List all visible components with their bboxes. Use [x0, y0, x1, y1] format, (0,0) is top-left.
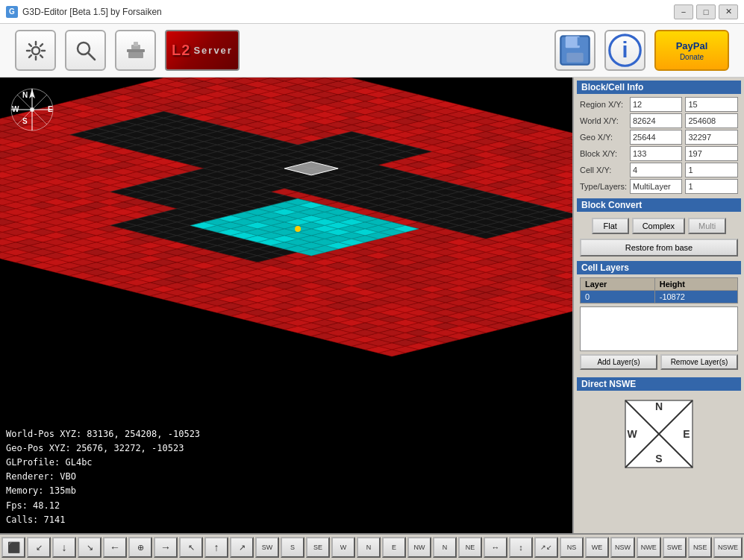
remove-layers-button[interactable]: Remove Layer(s): [660, 354, 738, 370]
nav-btn-n[interactable]: ↑: [204, 537, 228, 558]
nav-btn-e[interactable]: →: [154, 537, 178, 558]
layers-table: Layer Height 0-10872: [580, 277, 738, 303]
nswe-svg: N S W E: [622, 397, 696, 471]
multi-button[interactable]: Multi: [688, 218, 726, 234]
nav-btn-we[interactable]: WE: [585, 537, 609, 558]
fps-text: Fps: 48.12: [6, 499, 200, 513]
info-button[interactable]: i: [604, 30, 645, 71]
nav-btn-se[interactable]: ↘: [78, 537, 101, 558]
svg-rect-10: [578, 37, 581, 45]
layer-buttons: Add Layer(s) Remove Layer(s): [577, 354, 741, 373]
nav-btn-nw[interactable]: ↖: [179, 537, 203, 558]
layers-input[interactable]: [685, 179, 738, 194]
cell-layers-section: Cell Layers Layer Height 0-10872 Add L: [577, 261, 741, 373]
layer-cell: 0: [581, 291, 655, 303]
calls-text: Calls: 7141: [6, 513, 200, 527]
paypal-button[interactable]: PayPal Donate: [654, 30, 729, 71]
direct-nswe-header: Direct NSWE: [577, 377, 741, 391]
minimize-button[interactable]: −: [674, 4, 693, 19]
l2-server-logo: L2 Server: [165, 30, 240, 71]
nav-btn-swe[interactable]: SWE: [663, 537, 687, 558]
nav-btn-ud-arrows[interactable]: ↕: [509, 537, 533, 558]
paypal-sub: Donate: [680, 53, 704, 61]
renderer-text: Renderer: VBO: [6, 470, 200, 484]
title-bar: G G3D-Editor [Beta 1.5] by Forsaiken − □…: [0, 0, 744, 24]
svg-text:E: E: [48, 105, 53, 113]
table-row[interactable]: 0-10872: [581, 291, 738, 303]
cell-y-input[interactable]: [685, 163, 738, 177]
nav-btn-nswe[interactable]: NSWE: [713, 537, 743, 558]
nav-btn-ne-label[interactable]: NE: [458, 537, 482, 558]
block-y-input[interactable]: [685, 146, 738, 161]
settings-button[interactable]: [15, 30, 56, 71]
nav-btn-nsw[interactable]: NSW: [610, 537, 635, 558]
restore-button[interactable]: □: [696, 4, 716, 19]
bottom-nav: ⬛ ↙ ↓ ↘ ← ⊕ → ↖ ↑ ↗ SW S SE W N E NW N N…: [0, 533, 744, 560]
svg-text:E: E: [683, 428, 690, 440]
cell-x-input[interactable]: [630, 163, 683, 177]
nav-btn-nse[interactable]: NSE: [688, 537, 712, 558]
nav-btn-s-label[interactable]: S: [281, 537, 304, 558]
direct-nswe-section: Direct NSWE N S W E: [577, 377, 741, 474]
type-input[interactable]: [630, 179, 683, 194]
close-button[interactable]: ✕: [719, 4, 738, 19]
region-x-input[interactable]: [630, 97, 683, 112]
nav-btn-lr-arrows[interactable]: ↔: [484, 537, 507, 558]
restore-from-base-button[interactable]: Restore from base: [580, 239, 738, 257]
nav-btn-center[interactable]: ⊕: [128, 537, 152, 558]
layers-table-container: Layer Height 0-10872: [577, 277, 741, 354]
flat-button[interactable]: Flat: [592, 218, 629, 234]
svg-text:i: i: [622, 38, 628, 62]
geo-y-input[interactable]: [685, 130, 738, 145]
region-xy-label: Region X/Y:: [580, 100, 627, 109]
svg-point-0: [32, 47, 40, 54]
cell-layers-header: Cell Layers: [577, 261, 741, 274]
memory-text: Memory: 135mb: [6, 484, 200, 498]
build-button[interactable]: [115, 30, 156, 71]
nav-btn-ne[interactable]: ↗: [230, 537, 254, 558]
title-bar-text: G3D-Editor [Beta 1.5] by Forsaiken: [22, 7, 674, 17]
nav-btn-n2-label[interactable]: N: [433, 537, 457, 558]
block-xy-label: Block X/Y:: [580, 149, 627, 158]
svg-line-2: [88, 53, 95, 60]
nav-btn-nw-label[interactable]: NW: [407, 537, 431, 558]
svg-text:N: N: [22, 91, 28, 99]
nav-btn-sw-label[interactable]: SW: [255, 537, 279, 558]
cell-xy-label: Cell X/Y:: [580, 166, 627, 174]
add-layers-button[interactable]: Add Layer(s): [580, 354, 657, 370]
region-y-input[interactable]: [685, 97, 738, 112]
world-pos-text: World-Pos XYZ: 83136, 254208, -10523: [6, 427, 200, 441]
nav-btn-nwe[interactable]: NWE: [637, 537, 661, 558]
nav-btn-ns[interactable]: NS: [560, 537, 584, 558]
world-xy-label: World X/Y:: [580, 116, 627, 125]
right-panel: Block/Cell Info Region X/Y: World X/Y: G…: [572, 78, 744, 533]
nav-btn-n-label[interactable]: N: [357, 537, 381, 558]
nav-btn-sw[interactable]: ↙: [27, 537, 51, 558]
nav-btn-w[interactable]: ←: [103, 537, 127, 558]
nav-btn-e-label[interactable]: E: [382, 537, 406, 558]
nav-btn-diag-arrows[interactable]: ↗↙: [534, 537, 558, 558]
geo-xy-label: Geo X/Y:: [580, 133, 627, 142]
complex-button[interactable]: Complex: [632, 218, 685, 234]
nav-btn-s[interactable]: ↓: [52, 537, 76, 558]
svg-point-23: [30, 107, 34, 112]
svg-text:S: S: [655, 453, 662, 465]
paypal-label: PayPal: [676, 40, 708, 51]
nav-btn-se-label[interactable]: SE: [306, 537, 330, 558]
world-y-input[interactable]: [685, 113, 738, 128]
save-button[interactable]: [554, 30, 595, 71]
nav-btn-home[interactable]: ⬛: [1, 537, 25, 558]
gl-profile-text: GLProfile: GL4bc: [6, 456, 200, 470]
height-cell: -10872: [654, 291, 737, 303]
search-button[interactable]: [65, 30, 106, 71]
world-x-input[interactable]: [630, 113, 683, 128]
col-layer-header: Layer: [581, 278, 655, 291]
geo-x-input[interactable]: [630, 130, 683, 145]
app-icon: G: [6, 6, 18, 18]
svg-rect-3: [127, 49, 145, 52]
nav-btn-w-label[interactable]: W: [331, 537, 355, 558]
layers-empty-area[interactable]: [580, 306, 738, 351]
block-x-input[interactable]: [630, 146, 683, 161]
svg-text:S: S: [22, 117, 28, 125]
viewport[interactable]: N S W E World-Pos XYZ: 83136, 254208, -1…: [0, 78, 572, 533]
